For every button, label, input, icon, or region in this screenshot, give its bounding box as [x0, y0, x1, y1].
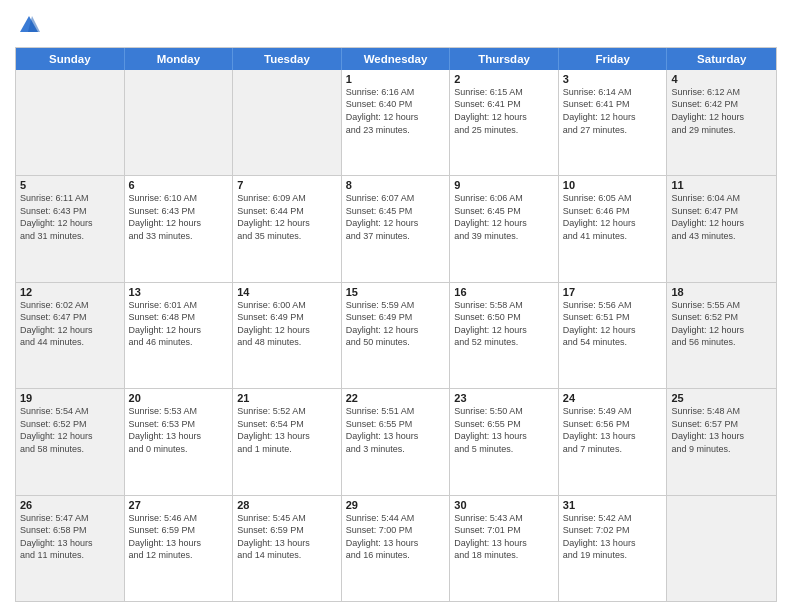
- day-number: 13: [129, 286, 229, 298]
- cell-info: Sunrise: 6:12 AM Sunset: 6:42 PM Dayligh…: [671, 86, 772, 136]
- cal-cell-empty-0-0: [16, 70, 125, 175]
- day-number: 6: [129, 179, 229, 191]
- cell-info: Sunrise: 5:52 AM Sunset: 6:54 PM Dayligh…: [237, 405, 337, 455]
- cell-info: Sunrise: 6:06 AM Sunset: 6:45 PM Dayligh…: [454, 192, 554, 242]
- calendar-body: 1Sunrise: 6:16 AM Sunset: 6:40 PM Daylig…: [16, 70, 776, 601]
- cal-cell-empty-4-6: [667, 496, 776, 601]
- cal-cell-22: 22Sunrise: 5:51 AM Sunset: 6:55 PM Dayli…: [342, 389, 451, 494]
- cal-cell-29: 29Sunrise: 5:44 AM Sunset: 7:00 PM Dayli…: [342, 496, 451, 601]
- day-number: 7: [237, 179, 337, 191]
- day-number: 29: [346, 499, 446, 511]
- cal-cell-23: 23Sunrise: 5:50 AM Sunset: 6:55 PM Dayli…: [450, 389, 559, 494]
- cell-info: Sunrise: 6:15 AM Sunset: 6:41 PM Dayligh…: [454, 86, 554, 136]
- cal-cell-15: 15Sunrise: 5:59 AM Sunset: 6:49 PM Dayli…: [342, 283, 451, 388]
- day-number: 3: [563, 73, 663, 85]
- cal-cell-12: 12Sunrise: 6:02 AM Sunset: 6:47 PM Dayli…: [16, 283, 125, 388]
- weekday-header-friday: Friday: [559, 48, 668, 70]
- cal-cell-18: 18Sunrise: 5:55 AM Sunset: 6:52 PM Dayli…: [667, 283, 776, 388]
- day-number: 30: [454, 499, 554, 511]
- cell-info: Sunrise: 6:16 AM Sunset: 6:40 PM Dayligh…: [346, 86, 446, 136]
- day-number: 17: [563, 286, 663, 298]
- cal-cell-28: 28Sunrise: 5:45 AM Sunset: 6:59 PM Dayli…: [233, 496, 342, 601]
- cell-info: Sunrise: 5:47 AM Sunset: 6:58 PM Dayligh…: [20, 512, 120, 562]
- calendar-row-4: 26Sunrise: 5:47 AM Sunset: 6:58 PM Dayli…: [16, 496, 776, 601]
- cell-info: Sunrise: 5:49 AM Sunset: 6:56 PM Dayligh…: [563, 405, 663, 455]
- day-number: 5: [20, 179, 120, 191]
- weekday-header-sunday: Sunday: [16, 48, 125, 70]
- day-number: 14: [237, 286, 337, 298]
- day-number: 11: [671, 179, 772, 191]
- day-number: 21: [237, 392, 337, 404]
- day-number: 23: [454, 392, 554, 404]
- day-number: 10: [563, 179, 663, 191]
- cell-info: Sunrise: 6:05 AM Sunset: 6:46 PM Dayligh…: [563, 192, 663, 242]
- cal-cell-30: 30Sunrise: 5:43 AM Sunset: 7:01 PM Dayli…: [450, 496, 559, 601]
- calendar-row-1: 5Sunrise: 6:11 AM Sunset: 6:43 PM Daylig…: [16, 176, 776, 282]
- cell-info: Sunrise: 5:45 AM Sunset: 6:59 PM Dayligh…: [237, 512, 337, 562]
- cal-cell-2: 2Sunrise: 6:15 AM Sunset: 6:41 PM Daylig…: [450, 70, 559, 175]
- cell-info: Sunrise: 5:43 AM Sunset: 7:01 PM Dayligh…: [454, 512, 554, 562]
- cal-cell-13: 13Sunrise: 6:01 AM Sunset: 6:48 PM Dayli…: [125, 283, 234, 388]
- day-number: 20: [129, 392, 229, 404]
- cal-cell-20: 20Sunrise: 5:53 AM Sunset: 6:53 PM Dayli…: [125, 389, 234, 494]
- cell-info: Sunrise: 5:59 AM Sunset: 6:49 PM Dayligh…: [346, 299, 446, 349]
- day-number: 12: [20, 286, 120, 298]
- weekday-header-wednesday: Wednesday: [342, 48, 451, 70]
- cal-cell-26: 26Sunrise: 5:47 AM Sunset: 6:58 PM Dayli…: [16, 496, 125, 601]
- cal-cell-16: 16Sunrise: 5:58 AM Sunset: 6:50 PM Dayli…: [450, 283, 559, 388]
- day-number: 2: [454, 73, 554, 85]
- cell-info: Sunrise: 5:46 AM Sunset: 6:59 PM Dayligh…: [129, 512, 229, 562]
- header: [15, 10, 777, 41]
- day-number: 25: [671, 392, 772, 404]
- cal-cell-1: 1Sunrise: 6:16 AM Sunset: 6:40 PM Daylig…: [342, 70, 451, 175]
- cal-cell-10: 10Sunrise: 6:05 AM Sunset: 6:46 PM Dayli…: [559, 176, 668, 281]
- cell-info: Sunrise: 5:48 AM Sunset: 6:57 PM Dayligh…: [671, 405, 772, 455]
- day-number: 24: [563, 392, 663, 404]
- cell-info: Sunrise: 6:14 AM Sunset: 6:41 PM Dayligh…: [563, 86, 663, 136]
- cell-info: Sunrise: 5:53 AM Sunset: 6:53 PM Dayligh…: [129, 405, 229, 455]
- cal-cell-27: 27Sunrise: 5:46 AM Sunset: 6:59 PM Dayli…: [125, 496, 234, 601]
- calendar-row-3: 19Sunrise: 5:54 AM Sunset: 6:52 PM Dayli…: [16, 389, 776, 495]
- cal-cell-5: 5Sunrise: 6:11 AM Sunset: 6:43 PM Daylig…: [16, 176, 125, 281]
- cal-cell-4: 4Sunrise: 6:12 AM Sunset: 6:42 PM Daylig…: [667, 70, 776, 175]
- cell-info: Sunrise: 5:44 AM Sunset: 7:00 PM Dayligh…: [346, 512, 446, 562]
- calendar-row-2: 12Sunrise: 6:02 AM Sunset: 6:47 PM Dayli…: [16, 283, 776, 389]
- cell-info: Sunrise: 6:11 AM Sunset: 6:43 PM Dayligh…: [20, 192, 120, 242]
- cal-cell-17: 17Sunrise: 5:56 AM Sunset: 6:51 PM Dayli…: [559, 283, 668, 388]
- cell-info: Sunrise: 6:04 AM Sunset: 6:47 PM Dayligh…: [671, 192, 772, 242]
- cell-info: Sunrise: 5:42 AM Sunset: 7:02 PM Dayligh…: [563, 512, 663, 562]
- day-number: 31: [563, 499, 663, 511]
- day-number: 8: [346, 179, 446, 191]
- calendar: SundayMondayTuesdayWednesdayThursdayFrid…: [15, 47, 777, 602]
- weekday-header-thursday: Thursday: [450, 48, 559, 70]
- cal-cell-6: 6Sunrise: 6:10 AM Sunset: 6:43 PM Daylig…: [125, 176, 234, 281]
- cal-cell-9: 9Sunrise: 6:06 AM Sunset: 6:45 PM Daylig…: [450, 176, 559, 281]
- day-number: 9: [454, 179, 554, 191]
- cal-cell-8: 8Sunrise: 6:07 AM Sunset: 6:45 PM Daylig…: [342, 176, 451, 281]
- weekday-header-saturday: Saturday: [667, 48, 776, 70]
- day-number: 28: [237, 499, 337, 511]
- day-number: 4: [671, 73, 772, 85]
- cell-info: Sunrise: 6:01 AM Sunset: 6:48 PM Dayligh…: [129, 299, 229, 349]
- day-number: 27: [129, 499, 229, 511]
- cal-cell-21: 21Sunrise: 5:52 AM Sunset: 6:54 PM Dayli…: [233, 389, 342, 494]
- cal-cell-19: 19Sunrise: 5:54 AM Sunset: 6:52 PM Dayli…: [16, 389, 125, 494]
- calendar-row-0: 1Sunrise: 6:16 AM Sunset: 6:40 PM Daylig…: [16, 70, 776, 176]
- cell-info: Sunrise: 6:07 AM Sunset: 6:45 PM Dayligh…: [346, 192, 446, 242]
- cell-info: Sunrise: 6:00 AM Sunset: 6:49 PM Dayligh…: [237, 299, 337, 349]
- cell-info: Sunrise: 5:58 AM Sunset: 6:50 PM Dayligh…: [454, 299, 554, 349]
- day-number: 16: [454, 286, 554, 298]
- day-number: 18: [671, 286, 772, 298]
- cell-info: Sunrise: 5:56 AM Sunset: 6:51 PM Dayligh…: [563, 299, 663, 349]
- cal-cell-7: 7Sunrise: 6:09 AM Sunset: 6:44 PM Daylig…: [233, 176, 342, 281]
- cell-info: Sunrise: 5:55 AM Sunset: 6:52 PM Dayligh…: [671, 299, 772, 349]
- cal-cell-25: 25Sunrise: 5:48 AM Sunset: 6:57 PM Dayli…: [667, 389, 776, 494]
- day-number: 22: [346, 392, 446, 404]
- cell-info: Sunrise: 5:50 AM Sunset: 6:55 PM Dayligh…: [454, 405, 554, 455]
- cell-info: Sunrise: 5:51 AM Sunset: 6:55 PM Dayligh…: [346, 405, 446, 455]
- weekday-header-monday: Monday: [125, 48, 234, 70]
- weekday-header-tuesday: Tuesday: [233, 48, 342, 70]
- cal-cell-3: 3Sunrise: 6:14 AM Sunset: 6:41 PM Daylig…: [559, 70, 668, 175]
- cell-info: Sunrise: 5:54 AM Sunset: 6:52 PM Dayligh…: [20, 405, 120, 455]
- day-number: 1: [346, 73, 446, 85]
